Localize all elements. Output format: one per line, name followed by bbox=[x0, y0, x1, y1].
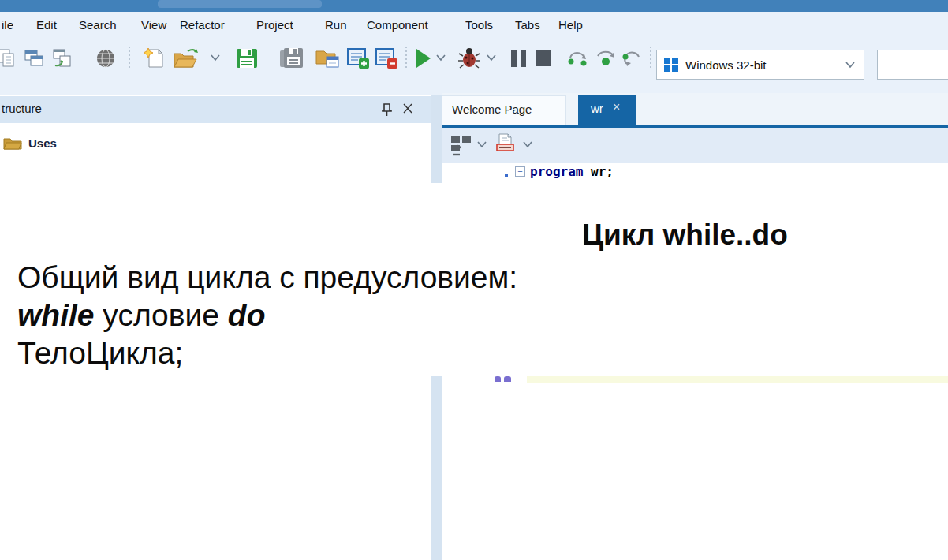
menu-component[interactable]: Component bbox=[367, 18, 428, 32]
close-icon[interactable] bbox=[401, 101, 415, 117]
slide-text: условие bbox=[95, 298, 228, 332]
slide-keyword-while: while bbox=[17, 298, 95, 332]
code-text: wr; bbox=[583, 164, 614, 179]
menu-view[interactable]: View bbox=[141, 18, 166, 32]
clipped-code-fragment bbox=[504, 376, 511, 382]
main-toolbar: Windows 32-bit bbox=[0, 40, 948, 95]
slide-keyword-do: do bbox=[228, 298, 266, 332]
gutter-change-marker bbox=[505, 174, 508, 177]
menu-search[interactable]: Search bbox=[79, 18, 117, 32]
toolbar-separator bbox=[405, 47, 407, 70]
open-folder-icon[interactable] bbox=[172, 47, 196, 70]
structure-panel-header: tructure bbox=[0, 96, 431, 123]
globe-icon[interactable] bbox=[94, 47, 118, 70]
chevron-down-icon[interactable] bbox=[845, 60, 856, 69]
toolbar-separator bbox=[129, 47, 130, 70]
search-combobox[interactable] bbox=[877, 50, 948, 80]
chevron-down-icon[interactable] bbox=[476, 140, 487, 149]
save-all-icon[interactable] bbox=[278, 47, 302, 70]
structure-panel-title: tructure bbox=[2, 102, 42, 115]
unit-add-icon[interactable] bbox=[345, 47, 369, 70]
current-line-highlight bbox=[527, 376, 948, 383]
folder-icon bbox=[3, 136, 22, 150]
chevron-down-icon[interactable] bbox=[522, 140, 533, 149]
new-unit-icon[interactable] bbox=[142, 47, 166, 70]
target-platform-value: Windows 32-bit bbox=[685, 58, 767, 72]
code-keyword: program bbox=[530, 164, 583, 179]
menu-bar: ile Edit Search View Refactor Project Ru… bbox=[0, 12, 948, 40]
pin-icon[interactable] bbox=[379, 102, 394, 118]
menu-run[interactable]: Run bbox=[325, 18, 347, 32]
slide-text-line: Общий вид цикла с предусловием: bbox=[17, 260, 517, 295]
open-dropdown-icon[interactable] bbox=[210, 53, 221, 62]
stop-icon[interactable] bbox=[533, 47, 557, 70]
pause-icon[interactable] bbox=[509, 47, 532, 70]
tree-item-uses[interactable]: Uses bbox=[3, 134, 57, 151]
menu-refactor[interactable]: Refactor bbox=[180, 18, 225, 32]
code-line: program wr; bbox=[530, 164, 614, 179]
unit-remove-icon[interactable] bbox=[374, 47, 397, 70]
step-over-icon[interactable] bbox=[566, 47, 590, 70]
title-bar bbox=[0, 0, 948, 12]
menu-edit[interactable]: Edit bbox=[36, 18, 57, 32]
menu-tools[interactable]: Tools bbox=[465, 18, 493, 32]
windows-logo-icon bbox=[663, 57, 679, 73]
tree-item-label: Uses bbox=[28, 136, 57, 150]
step-into-icon[interactable] bbox=[594, 47, 618, 70]
save-icon[interactable] bbox=[234, 47, 258, 70]
view-units-icon[interactable] bbox=[0, 47, 17, 70]
slide-text-line: while условие do bbox=[17, 298, 266, 333]
menu-help[interactable]: Help bbox=[558, 18, 583, 32]
tab-wr[interactable]: wr × bbox=[578, 95, 636, 125]
toggle-form-unit-icon[interactable] bbox=[450, 134, 473, 158]
title-bar-highlight bbox=[158, 0, 322, 8]
code-fold-icon[interactable]: − bbox=[515, 166, 525, 177]
debug-dropdown-icon[interactable] bbox=[486, 53, 497, 62]
target-platform-combobox[interactable]: Windows 32-bit bbox=[656, 50, 864, 80]
slide-title: Цикл while..do bbox=[582, 218, 788, 252]
ide-window: ile Edit Search View Refactor Project Ru… bbox=[0, 0, 948, 560]
document-marker-icon[interactable] bbox=[494, 133, 517, 158]
editor-tab-bar: Welcome Page wr × bbox=[442, 93, 948, 125]
menu-project[interactable]: Project bbox=[256, 18, 293, 32]
menu-tabs[interactable]: Tabs bbox=[515, 18, 540, 32]
step-out-icon[interactable] bbox=[620, 47, 644, 70]
tab-label: Welcome Page bbox=[452, 103, 532, 116]
run-icon[interactable] bbox=[413, 47, 437, 70]
clipped-code-fragment bbox=[495, 376, 501, 382]
view-forms-icon[interactable] bbox=[22, 47, 46, 70]
editor-toolbar bbox=[442, 128, 948, 163]
tab-close-icon[interactable]: × bbox=[613, 100, 620, 114]
menu-file[interactable]: ile bbox=[2, 18, 13, 32]
tab-label: wr bbox=[591, 102, 603, 115]
save-as-icon[interactable] bbox=[315, 47, 338, 70]
slide-text-line: ТелоЦикла; bbox=[17, 336, 183, 371]
tab-welcome-page[interactable]: Welcome Page bbox=[442, 95, 566, 125]
debug-icon[interactable] bbox=[457, 47, 481, 70]
run-dropdown-icon[interactable] bbox=[435, 53, 446, 62]
toolbar-separator bbox=[650, 47, 651, 70]
toggle-form-unit-icon[interactable] bbox=[50, 47, 74, 70]
